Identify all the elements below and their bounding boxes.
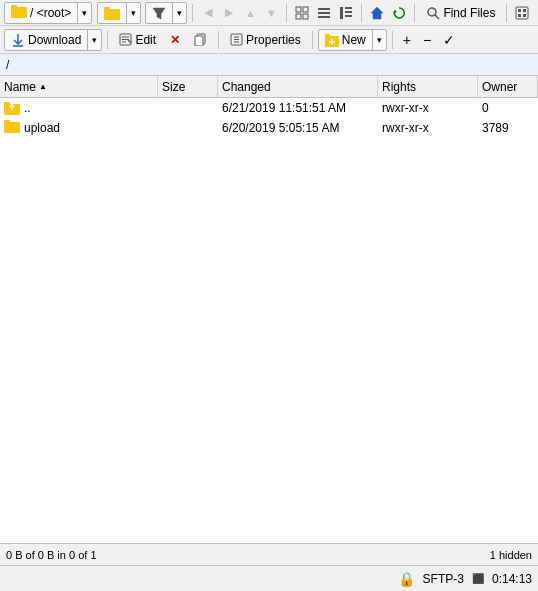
folder-icon bbox=[4, 119, 20, 136]
breadcrumb-main[interactable]: / <root> bbox=[5, 3, 78, 23]
detail-view-btn[interactable] bbox=[336, 3, 356, 23]
cell-size bbox=[158, 98, 218, 117]
file-list-container: Name ▲ Size Changed Rights Owner bbox=[0, 76, 538, 543]
minus-icon: − bbox=[423, 32, 431, 48]
fileowner: 0 bbox=[482, 101, 489, 115]
filename: .. bbox=[24, 101, 31, 115]
edit-btn[interactable]: Edit bbox=[113, 29, 162, 51]
find-files-btn[interactable]: Find Files bbox=[420, 2, 501, 24]
svg-rect-15 bbox=[345, 15, 352, 17]
status-bar: 0 B of 0 B in 0 of 1 1 hidden bbox=[0, 543, 538, 565]
lock-icon: 🔒 bbox=[398, 571, 415, 587]
new-arrow[interactable]: ▾ bbox=[373, 30, 386, 50]
filerights: rwxr-xr-x bbox=[382, 121, 429, 135]
status-left: 0 B of 0 B in 0 of 1 bbox=[6, 549, 97, 561]
bottom-info: 🔒 SFTP-3 ⬛ 0:14:13 bbox=[398, 571, 532, 587]
add-btn[interactable]: + bbox=[398, 29, 416, 51]
svg-rect-1 bbox=[11, 5, 17, 8]
svg-rect-23 bbox=[518, 14, 521, 17]
filedate: 6/21/2019 11:51:51 AM bbox=[222, 101, 346, 115]
nav-forward-btn[interactable]: ▶ bbox=[219, 3, 239, 23]
sync-btn[interactable] bbox=[512, 3, 532, 23]
nav-down-btn[interactable]: ▼ bbox=[261, 3, 281, 23]
col-size[interactable]: Size bbox=[158, 76, 218, 97]
svg-rect-2 bbox=[104, 9, 120, 20]
svg-rect-8 bbox=[303, 14, 308, 19]
cell-changed: 6/20/2019 5:05:15 AM bbox=[218, 118, 378, 137]
delete-btn[interactable]: ✕ bbox=[164, 29, 186, 51]
svg-rect-10 bbox=[318, 12, 330, 14]
cell-changed: 6/21/2019 11:51:51 AM bbox=[218, 98, 378, 117]
cell-rights: rwxr-xr-x bbox=[378, 98, 478, 117]
check-btn[interactable]: ✓ bbox=[438, 29, 460, 51]
grid-view-btn[interactable] bbox=[292, 3, 312, 23]
properties-label: Properties bbox=[246, 33, 301, 47]
refresh-btn[interactable] bbox=[389, 3, 409, 23]
nav-buttons: ◀ ▶ ▲ ▼ bbox=[198, 3, 281, 23]
svg-rect-9 bbox=[318, 8, 330, 10]
nav-up-btn[interactable]: ▲ bbox=[240, 3, 260, 23]
download-arrow[interactable]: ▾ bbox=[88, 30, 101, 50]
folder-btn[interactable] bbox=[98, 3, 127, 23]
col-name[interactable]: Name ▲ bbox=[0, 76, 158, 97]
bottom-bar: 🔒 SFTP-3 ⬛ 0:14:13 bbox=[0, 565, 538, 591]
breadcrumb-arrow[interactable]: ▾ bbox=[78, 3, 91, 23]
filedate: 6/20/2019 5:05:15 AM bbox=[222, 121, 339, 135]
edit-label: Edit bbox=[135, 33, 156, 47]
filerights: rwxr-xr-x bbox=[382, 101, 429, 115]
copy-btn[interactable] bbox=[188, 29, 213, 51]
svg-rect-24 bbox=[523, 14, 526, 17]
download-main[interactable]: Download bbox=[5, 30, 88, 50]
svg-rect-33 bbox=[195, 36, 203, 46]
delete-icon: ✕ bbox=[170, 33, 180, 47]
svg-rect-45 bbox=[4, 122, 20, 133]
separator-9 bbox=[392, 31, 393, 49]
cell-name: .. bbox=[0, 98, 158, 117]
filename: upload bbox=[24, 121, 60, 135]
table-row[interactable]: upload 6/20/2019 5:05:15 AM rwxr-xr-x 37… bbox=[0, 118, 538, 138]
svg-rect-13 bbox=[345, 7, 352, 9]
status-right: 1 hidden bbox=[490, 549, 532, 561]
folder-icon bbox=[11, 4, 27, 21]
download-btn-group[interactable]: Download ▾ bbox=[4, 29, 102, 51]
col-owner[interactable]: Owner bbox=[478, 76, 538, 97]
separator-5 bbox=[506, 4, 507, 22]
col-changed[interactable]: Changed bbox=[218, 76, 378, 97]
separator-7 bbox=[218, 31, 219, 49]
svg-rect-43 bbox=[4, 102, 10, 105]
cell-size bbox=[158, 118, 218, 137]
filter-btn-group[interactable]: ▾ bbox=[145, 2, 187, 24]
svg-rect-22 bbox=[523, 9, 526, 12]
toolbar-top: / <root> ▾ ▾ ▾ ◀ ▶ ▲ ▼ bbox=[0, 0, 538, 26]
download-label: Download bbox=[28, 33, 81, 47]
queue-icon: ⬛ bbox=[472, 573, 484, 584]
filter-arrow[interactable]: ▾ bbox=[173, 3, 186, 23]
list-view-btn[interactable] bbox=[314, 3, 334, 23]
separator-4 bbox=[414, 4, 415, 22]
nav-back-btn[interactable]: ◀ bbox=[198, 3, 218, 23]
new-btn-group[interactable]: New ▾ bbox=[318, 29, 387, 51]
svg-rect-5 bbox=[296, 7, 301, 12]
col-rights[interactable]: Rights bbox=[378, 76, 478, 97]
svg-point-18 bbox=[428, 8, 436, 16]
new-main[interactable]: New bbox=[319, 30, 373, 50]
breadcrumb-dropdown[interactable]: / <root> ▾ bbox=[4, 2, 92, 24]
filter-btn[interactable] bbox=[146, 3, 173, 23]
separator-8 bbox=[312, 31, 313, 49]
toolbar-actions: Download ▾ Edit ✕ Proper bbox=[0, 26, 538, 54]
file-list-body: .. 6/21/2019 11:51:51 AM rwxr-xr-x 0 bbox=[0, 98, 538, 543]
remove-btn[interactable]: − bbox=[418, 29, 436, 51]
home-btn[interactable] bbox=[367, 3, 387, 23]
table-row[interactable]: .. 6/21/2019 11:51:51 AM rwxr-xr-x 0 bbox=[0, 98, 538, 118]
folder-arrow[interactable]: ▾ bbox=[127, 3, 140, 23]
current-path: / bbox=[6, 58, 9, 72]
svg-marker-16 bbox=[371, 7, 383, 19]
separator-2 bbox=[286, 4, 287, 22]
sort-arrow-name: ▲ bbox=[39, 82, 47, 91]
cell-owner: 0 bbox=[478, 98, 538, 117]
cell-owner: 3789 bbox=[478, 118, 538, 137]
svg-rect-6 bbox=[303, 7, 308, 12]
folder-btn-group[interactable]: ▾ bbox=[97, 2, 141, 24]
svg-rect-0 bbox=[11, 7, 27, 18]
properties-btn[interactable]: Properties bbox=[224, 29, 307, 51]
